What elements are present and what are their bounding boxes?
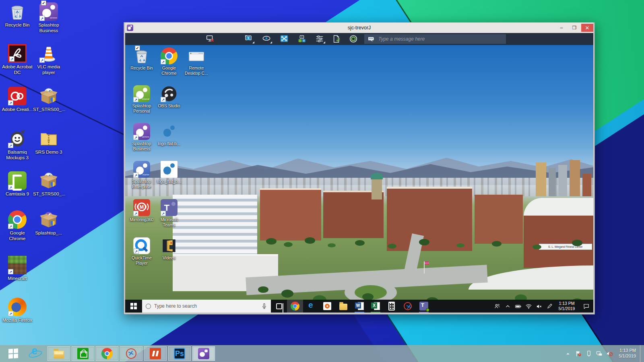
remote-desktop-icon <box>188 47 204 64</box>
shortcut-arrow-icon <box>161 97 166 102</box>
device-icon[interactable] <box>584 345 594 362</box>
shortcut-arrow-icon <box>8 224 13 229</box>
window-titlebar[interactable]: sjc-trevorJ – ❒ ✕ <box>125 23 593 33</box>
close-button[interactable]: ✕ <box>581 24 593 32</box>
host-taskbar-store-button[interactable] <box>72 346 94 361</box>
checkbox-checked[interactable] <box>135 45 140 51</box>
hidden-icons-caret[interactable] <box>563 345 573 362</box>
remote-icon-splashtop-personal[interactable]: ersonal Splashtop Personal <box>128 85 155 114</box>
remote-icon-remote-desktop[interactable]: Remote Desktop C... <box>183 47 210 76</box>
desktop-icon-chrome[interactable]: Google Chrome <box>2 210 33 241</box>
monitor-select-icon[interactable]: 1 <box>243 34 255 44</box>
task-view-button[interactable] <box>271 300 287 313</box>
taskbar-office-button[interactable] <box>319 300 335 313</box>
taskbar-edge-button[interactable] <box>303 300 319 313</box>
minimize-button[interactable]: – <box>555 24 568 32</box>
host-taskbar-chrome-button[interactable] <box>96 346 118 361</box>
remote-icon-quicktime[interactable]: QuickTime Player <box>128 237 155 266</box>
desktop-icon-recycle-bin[interactable]: Recycle Bin <box>2 2 33 28</box>
taskbar-word-button[interactable] <box>351 300 367 313</box>
host-taskbar-photoshop-button[interactable] <box>168 346 191 361</box>
remote-icon-recycle-bin[interactable]: Recycle Bin <box>128 47 155 71</box>
remote-icon-logo-flat-white[interactable]: logo_flat_b... <box>156 161 182 184</box>
remote-icon-logo-flat[interactable]: logo-flat-b... <box>156 123 182 146</box>
desktop-icon-camtasia[interactable]: Camtasia 9 <box>2 171 33 197</box>
desktop-icon-st-strs-installer[interactable]: ST_STRS00_... <box>33 87 64 112</box>
svg-text:1: 1 <box>248 36 250 40</box>
remote-clock[interactable]: 1:13 PM 5/1/2019 <box>555 301 579 311</box>
svg-text:A: A <box>301 36 303 38</box>
desktop-icon-adobe-creative[interactable]: Adobe Creati... <box>2 87 33 112</box>
taskbar-teams-button[interactable] <box>416 300 432 313</box>
dome <box>371 173 383 179</box>
desktop-icon-splashtop-business[interactable]: usiness Splashtop Business <box>33 2 64 33</box>
host-taskbar-splashtop-button[interactable] <box>192 346 215 361</box>
host-start-button[interactable] <box>4 345 23 362</box>
remote-start-button[interactable] <box>125 300 142 313</box>
volume-muted-icon[interactable] <box>534 300 544 313</box>
remote-search-input[interactable] <box>154 303 258 309</box>
remote-taskbar: 1:13 PM 5/1/2019 <box>125 300 593 313</box>
taskbar-file-explorer-button[interactable] <box>335 300 351 313</box>
show-desktop-strip[interactable] <box>640 345 642 362</box>
view-options-eye-icon[interactable] <box>260 34 272 44</box>
remote-icon-splashtop-business[interactable]: usiness Splashtop Business <box>128 123 155 152</box>
icon-label: Google Chrome <box>2 230 33 241</box>
remote-icon-chrome[interactable]: Google Chrome <box>156 47 182 76</box>
recycle-bin-icon <box>8 2 27 21</box>
taskbar-calculator-button[interactable] <box>384 300 400 313</box>
desktop-icon-vlc[interactable]: VLC media player <box>33 44 64 75</box>
keyboard-mapping-icon[interactable]: AD <box>296 34 308 44</box>
taskbar-snipping-button[interactable] <box>400 300 416 313</box>
host-taskbar-snipping-button[interactable] <box>120 346 142 361</box>
action-center-icon[interactable] <box>579 300 593 313</box>
remote-icon-splashtop-enterprise[interactable]: erprise Splashtop Enterprise <box>128 161 155 189</box>
settings-sliders-icon[interactable] <box>314 34 326 44</box>
adobe-creative-cloud-icon <box>8 87 27 105</box>
taskbar-chrome-button[interactable] <box>287 300 303 313</box>
icon-label: ST_STRS00_... <box>33 191 64 197</box>
word-icon <box>355 302 364 311</box>
adobe-acrobat-icon <box>8 44 27 63</box>
desktop-icon-splashtop-installer[interactable]: Splashtop_... <box>33 210 64 236</box>
microphone-icon[interactable] <box>261 303 267 310</box>
taskbar-excel-button[interactable] <box>367 300 384 313</box>
remote-icon-obs[interactable]: OBS Studio <box>156 85 182 109</box>
fullscreen-icon[interactable] <box>278 34 290 44</box>
volume-blocked-icon[interactable] <box>605 345 615 362</box>
chat-message-input[interactable] <box>378 36 503 42</box>
pen-icon[interactable] <box>544 300 555 313</box>
desktop-icon-minecraft[interactable]: Minecraft <box>2 256 33 281</box>
remote-icon-mirroring360[interactable]: M Mirroring360 <box>128 199 155 222</box>
icon-label: Google Chrome <box>156 66 182 76</box>
desktop-icon-firefox[interactable]: Mozilla Firefox <box>2 298 33 323</box>
desktop-icon-balsamiq[interactable]: Balsamiq Mockups 3 <box>2 130 33 160</box>
maximize-button[interactable]: ❒ <box>568 24 580 32</box>
red-app-icon <box>150 348 161 359</box>
host-clock[interactable]: 1:13 PM 5/1/2019 <box>615 348 639 359</box>
remote-icon-videos[interactable]: Videos <box>156 237 182 261</box>
record-icon[interactable] <box>347 34 359 44</box>
host-taskbar-red-app-button[interactable] <box>144 346 167 361</box>
remote-icon-teams[interactable]: Microsoft Teams <box>156 199 182 228</box>
chrome-icon <box>101 348 113 359</box>
desktop-icon-st-strs-installer-2[interactable]: ST_STRS00_... <box>33 171 64 197</box>
splashtop-logo-flat-icon <box>161 123 178 140</box>
icon-label: Microsoft Teams <box>156 217 182 228</box>
people-icon[interactable] <box>492 300 502 313</box>
host-taskbar-ie-button[interactable] <box>23 346 46 361</box>
wifi-icon[interactable] <box>523 300 534 313</box>
host-taskbar-explorer-button[interactable] <box>47 346 70 361</box>
battery-icon[interactable] <box>513 300 523 313</box>
network-icon[interactable] <box>594 345 604 362</box>
checkbox-checked[interactable] <box>41 0 46 6</box>
action-flag-icon[interactable] <box>574 345 583 362</box>
shortcut-arrow-icon <box>8 185 13 190</box>
desktop-icon-adobe-acrobat[interactable]: Adobe Acrobat DC <box>2 44 33 75</box>
desktop-icon-srs-demo[interactable]: SRS Demo 3 <box>33 130 64 155</box>
icon-label: Camtasia 9 <box>2 191 33 197</box>
disconnect-icon[interactable] <box>204 34 216 44</box>
remote-search-box[interactable] <box>142 300 271 313</box>
file-transfer-icon[interactable] <box>330 34 343 44</box>
hidden-icons-chevron[interactable] <box>502 300 513 313</box>
